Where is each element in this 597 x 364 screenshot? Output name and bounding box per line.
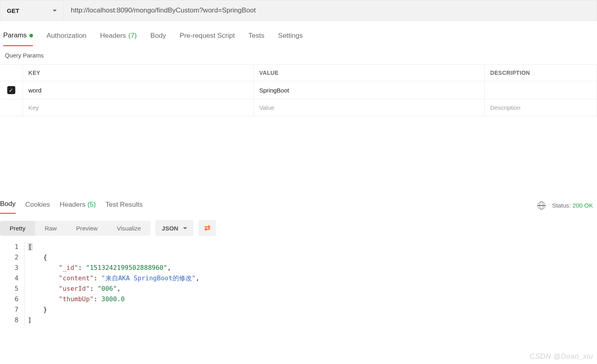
seg-preview[interactable]: Preview xyxy=(66,221,107,236)
response-tabs: Body Cookies Headers (5) Test Results St… xyxy=(0,197,597,214)
tab-pre-request[interactable]: Pre-request Script xyxy=(180,28,235,46)
params-table: KEY VALUE DESCRIPTION ✓ word SpringBoot … xyxy=(0,64,597,116)
tab-authorization[interactable]: Authorization xyxy=(47,28,86,46)
method-select[interactable]: GET xyxy=(0,0,64,21)
wrap-icon: ⇄ xyxy=(204,224,210,232)
checkbox-checked-icon: ✓ xyxy=(7,86,15,94)
param-key-placeholder[interactable]: Key xyxy=(23,99,253,116)
param-description-placeholder[interactable]: Description xyxy=(484,99,597,116)
table-row: Key Value Description xyxy=(0,99,597,116)
params-header-key: KEY xyxy=(23,65,253,81)
body-toolbar: Pretty Raw Preview Visualize JSON ⇄ xyxy=(0,214,597,242)
chevron-down-icon xyxy=(183,227,187,229)
method-text: GET xyxy=(7,7,19,14)
tab-params[interactable]: Params xyxy=(3,28,33,46)
resp-tab-test-results[interactable]: Test Results xyxy=(105,197,143,214)
line-numbers: 12345678 xyxy=(0,242,24,325)
resp-tab-headers[interactable]: Headers (5) xyxy=(60,197,96,214)
param-value-placeholder[interactable]: Value xyxy=(253,99,484,116)
resp-tab-cookies[interactable]: Cookies xyxy=(25,197,50,214)
params-dirty-dot-icon xyxy=(29,34,33,37)
tab-settings[interactable]: Settings xyxy=(278,28,303,46)
url-text: http://localhost:8090/mongo/findByCustom… xyxy=(71,6,256,14)
view-segments: Pretty Raw Preview Visualize xyxy=(0,221,150,236)
response-body[interactable]: 12345678 [ { "_id": "1513242199502888960… xyxy=(0,242,597,325)
seg-raw[interactable]: Raw xyxy=(35,221,66,236)
table-row: ✓ word SpringBoot xyxy=(0,81,597,99)
params-header-description: DESCRIPTION xyxy=(484,65,597,81)
tab-tests[interactable]: Tests xyxy=(249,28,265,46)
params-header-value: VALUE xyxy=(253,65,484,81)
resp-tab-body[interactable]: Body xyxy=(0,197,16,214)
chevron-down-icon xyxy=(53,10,57,12)
url-input[interactable]: http://localhost:8090/mongo/findByCustom… xyxy=(64,0,597,21)
query-params-title: Query Params xyxy=(0,46,597,64)
tab-headers[interactable]: Headers (7) xyxy=(100,28,137,46)
seg-pretty[interactable]: Pretty xyxy=(0,221,35,236)
globe-icon[interactable] xyxy=(537,202,546,210)
param-value[interactable]: SpringBoot xyxy=(253,81,484,99)
param-checkbox-cell[interactable]: ✓ xyxy=(0,81,23,99)
param-description[interactable] xyxy=(484,81,597,99)
tab-body[interactable]: Body xyxy=(150,28,166,46)
status-block: Status: 200 OK xyxy=(552,202,593,209)
seg-visualize[interactable]: Visualize xyxy=(107,221,151,236)
param-key[interactable]: word xyxy=(23,81,253,99)
request-tabs: Params Authorization Headers (7) Body Pr… xyxy=(0,28,597,46)
param-checkbox-cell-empty[interactable] xyxy=(0,99,23,116)
format-select[interactable]: JSON xyxy=(155,220,194,236)
code-lines: [ { "_id": "1513242199502888960", "conte… xyxy=(24,242,597,325)
wrap-button[interactable]: ⇄ xyxy=(198,220,216,236)
params-header-checkbox xyxy=(0,65,23,81)
status-code: 200 OK xyxy=(572,202,593,209)
